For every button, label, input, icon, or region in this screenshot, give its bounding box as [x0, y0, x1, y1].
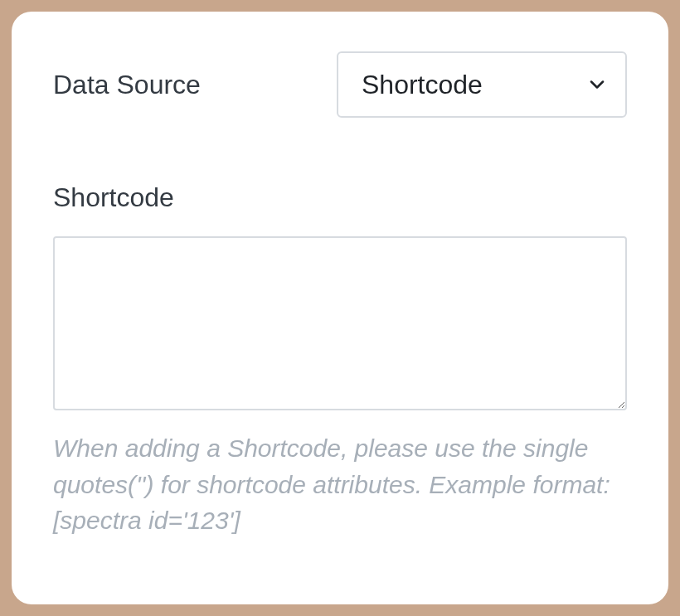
settings-panel: Data Source Shortcode Shortcode When add… [12, 12, 668, 604]
data-source-select[interactable]: Shortcode [337, 51, 627, 118]
data-source-label: Data Source [53, 70, 201, 100]
data-source-select-wrap: Shortcode [337, 51, 627, 118]
shortcode-input[interactable] [53, 236, 627, 410]
shortcode-helper-text: When adding a Shortcode, please use the … [53, 430, 627, 539]
data-source-row: Data Source Shortcode [53, 51, 627, 118]
shortcode-label: Shortcode [53, 182, 627, 213]
